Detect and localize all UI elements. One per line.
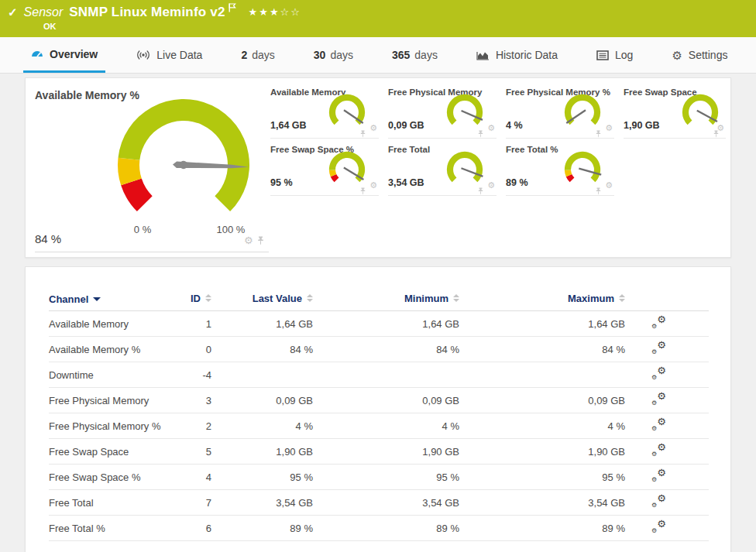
live-data-icon: [136, 50, 150, 60]
cell-channel: Available Memory %: [49, 337, 165, 362]
small-gauge-svg: [444, 91, 486, 132]
gear-icon: ⚙: [651, 502, 657, 509]
column-header-channel[interactable]: Channel: [49, 289, 165, 311]
cell-channel: Downtime: [49, 362, 165, 388]
gear-icon[interactable]: ⚙: [605, 181, 613, 190]
cell-minimum: 1,64 GB: [313, 311, 459, 337]
cell-last-value: 1,64 GB: [211, 311, 313, 337]
small-gauge-free-physical-memory-pct: Free Physical Memory % 4 % ⚙: [506, 84, 614, 139]
tab-2-days[interactable]: 2 days: [233, 37, 282, 73]
column-header-maximum[interactable]: Maximum: [459, 289, 625, 311]
gear-icon: ⚙: [651, 400, 657, 406]
pin-icon[interactable]: [477, 130, 484, 138]
column-header-actions: [625, 289, 709, 311]
cell-channel: Free Total %: [49, 516, 165, 541]
column-header-last-value[interactable]: Last Value: [211, 289, 313, 311]
small-gauge-actions: ⚙: [605, 124, 613, 132]
tab-bar: Overview Live Data 2 days 30 days 365 da…: [0, 37, 756, 74]
gear-icon: ⚙: [657, 519, 666, 529]
channel-settings-icon[interactable]: ⚙ ⚙: [651, 444, 666, 457]
divider: [35, 252, 269, 252]
stars-empty: ☆☆: [280, 6, 301, 18]
log-icon: [596, 50, 609, 60]
gauge-scale-min-label: 0 %: [125, 224, 160, 235]
settings-gear-icon: ⚙: [672, 50, 682, 61]
small-gauge-free-physical-memory: Free Physical Memory 0,09 GB ⚙: [388, 84, 497, 139]
pin-icon[interactable]: [713, 130, 720, 138]
flag-icon[interactable]: [229, 2, 236, 15]
gear-icon: ⚙: [657, 442, 666, 452]
tab-historic-data[interactable]: Historic Data: [469, 37, 565, 73]
tab-365-days[interactable]: 365 days: [384, 37, 445, 73]
table-row: Free Total 7 3,54 GB 3,54 GB 3,54 GB ⚙ ⚙: [49, 490, 709, 516]
sensor-title-row: ✓ Sensor SNMP Linux Meminfo v2 ★★★☆☆: [0, 0, 756, 20]
gear-icon: ⚙: [657, 417, 666, 427]
channel-settings-icon[interactable]: ⚙ ⚙: [651, 317, 666, 329]
tab-30-days[interactable]: 30 days: [306, 37, 361, 73]
sensor-status-bar: ✓ Sensor SNMP Linux Meminfo v2 ★★★☆☆ OK: [0, 0, 756, 37]
gear-icon: ⚙: [657, 468, 666, 478]
tab-log[interactable]: Log: [589, 37, 641, 73]
gear-icon[interactable]: ⚙: [487, 124, 495, 132]
status-badge: OK: [0, 22, 756, 31]
tab-settings[interactable]: ⚙ Settings: [664, 37, 735, 73]
tab-overview[interactable]: Overview: [23, 37, 105, 73]
small-gauge-svg: [562, 91, 603, 132]
gauge-scale-max-label: 100 %: [214, 224, 248, 235]
channel-settings-icon[interactable]: ⚙ ⚙: [651, 521, 666, 533]
cell-id: -4: [165, 362, 211, 388]
primary-gauge-svg: [112, 94, 255, 214]
column-header-minimum[interactable]: Minimum: [313, 289, 459, 311]
pin-icon[interactable]: [359, 130, 366, 138]
tab-label: Settings: [689, 49, 728, 61]
gear-icon[interactable]: ⚙: [244, 235, 253, 245]
channel-table: Channel ID Last Value Minimum Maximum Av…: [49, 289, 709, 541]
cell-minimum: 0,09 GB: [313, 388, 459, 413]
pin-icon[interactable]: [477, 187, 484, 195]
channel-settings-icon[interactable]: ⚙ ⚙: [651, 342, 666, 355]
tab-label: Log: [615, 49, 633, 61]
pin-icon[interactable]: [359, 187, 366, 195]
cell-channel: Free Physical Memory %: [49, 413, 165, 439]
cell-maximum: 84 %: [459, 337, 625, 362]
sort-icon: [205, 291, 211, 305]
channel-settings-icon[interactable]: ⚙ ⚙: [651, 495, 666, 508]
gauges-panel: Available Memory % 0 % 100 % 84 % ⚙ Avai…: [25, 77, 731, 258]
small-gauge-value: 3,54 GB: [388, 177, 424, 188]
prtg-sensor-page: ✓ Sensor SNMP Linux Meminfo v2 ★★★☆☆ OK …: [0, 0, 756, 552]
gear-icon: ⚙: [651, 477, 657, 483]
gear-icon[interactable]: ⚙: [487, 181, 495, 190]
table-header-row: Channel ID Last Value Minimum Maximum: [49, 289, 709, 311]
gear-icon[interactable]: ⚙: [369, 124, 377, 132]
small-gauge-actions: ⚙: [369, 181, 377, 190]
channel-settings-icon[interactable]: ⚙ ⚙: [651, 393, 666, 406]
pin-icon[interactable]: [595, 187, 602, 195]
cell-channel: Free Swap Space: [49, 439, 165, 465]
gear-icon: ⚙: [651, 528, 657, 534]
small-gauge-svg: [326, 148, 368, 190]
channel-settings-icon[interactable]: ⚙ ⚙: [651, 470, 666, 482]
cell-actions: ⚙ ⚙: [625, 465, 709, 490]
sort-icon: [619, 291, 625, 305]
tab-live-data[interactable]: Live Data: [129, 37, 210, 73]
pin-icon[interactable]: [595, 130, 602, 138]
cell-actions: ⚙ ⚙: [625, 413, 709, 439]
cell-minimum: 1,90 GB: [313, 439, 459, 465]
gear-icon[interactable]: ⚙: [605, 124, 613, 132]
rating-stars[interactable]: ★★★☆☆: [249, 6, 301, 18]
channel-settings-icon[interactable]: ⚙ ⚙: [651, 419, 666, 431]
gear-icon[interactable]: ⚙: [369, 181, 377, 190]
cell-actions: ⚙ ⚙: [625, 439, 709, 465]
small-gauge-value: 89 %: [506, 177, 528, 188]
cell-channel: Free Total: [49, 490, 165, 516]
cell-channel: Free Swap Space %: [49, 465, 165, 490]
column-header-id[interactable]: ID: [165, 289, 211, 311]
cell-channel: Available Memory: [49, 311, 165, 337]
channel-settings-icon[interactable]: ⚙ ⚙: [651, 368, 666, 380]
small-gauge-free-total-pct: Free Total % 89 % ⚙: [506, 142, 614, 196]
gear-icon: ⚙: [657, 365, 666, 375]
tab-label: Historic Data: [496, 49, 558, 61]
pin-icon[interactable]: [256, 236, 265, 245]
historic-data-icon: [476, 50, 490, 60]
small-gauge-actions: ⚙: [487, 181, 495, 190]
